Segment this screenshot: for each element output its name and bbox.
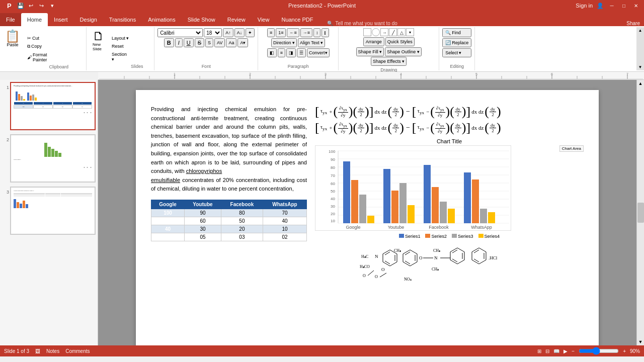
tab-insert[interactable]: Insert: [48, 13, 74, 26]
scroll-down-arrow[interactable]: ▼: [638, 339, 643, 344]
find-button[interactable]: 🔍Find: [442, 28, 471, 37]
undo-qat-button[interactable]: ↩: [27, 1, 36, 10]
char-case-button[interactable]: Aa: [226, 38, 236, 47]
ribbon-scrollbar[interactable]: ▲ ▼: [636, 27, 644, 70]
view-normal[interactable]: ⊞: [537, 348, 541, 354]
shape-circle[interactable]: [372, 28, 380, 36]
view-slideshow[interactable]: ▶: [564, 348, 568, 354]
cut-button[interactable]: ✂ Cut: [25, 35, 49, 42]
tab-animations[interactable]: Animations: [142, 13, 181, 26]
shape-line[interactable]: ╱: [389, 28, 397, 36]
svg-text:O: O: [381, 267, 385, 272]
tab-nuance[interactable]: Nuance PDF: [275, 13, 319, 26]
slide-canvas[interactable]: Providing and injecting chemical emulsio…: [136, 90, 599, 345]
scroll-thumb[interactable]: [637, 203, 644, 223]
comments-button[interactable]: Comments: [65, 348, 90, 354]
shape-triangle[interactable]: △: [397, 28, 406, 36]
paste-button[interactable]: 📋 Paste: [2, 28, 23, 54]
paren-close-2: ): [365, 105, 369, 118]
decrease-indent-button[interactable]: ←≡: [287, 28, 299, 37]
copy-button[interactable]: ⧉ Copy: [25, 43, 49, 50]
spacing-button[interactable]: AV: [214, 38, 225, 47]
customize-qat-button[interactable]: ▾: [48, 1, 57, 10]
bar-whatsapp-s1: [464, 172, 471, 223]
zoom-slider[interactable]: [579, 348, 619, 354]
paste-label: Paste: [7, 42, 18, 47]
slide-thumbnail-3[interactable]: Lorem ipsum text content for slide 3...: [10, 187, 96, 235]
layout-button[interactable]: Layout▾: [110, 35, 131, 42]
status-right: ⊞ ⊟ 📖 ▶ − + 90%: [537, 348, 640, 354]
view-slide-sorter[interactable]: ⊟: [545, 348, 549, 354]
tab-home[interactable]: Home: [21, 13, 48, 26]
align-left-button[interactable]: ◧: [267, 48, 277, 57]
text-direction-button[interactable]: Direction ▾: [271, 38, 297, 47]
italic-button[interactable]: I: [175, 38, 183, 47]
tab-slideshow[interactable]: Slide Show: [182, 13, 221, 26]
bar-google-s3: [359, 195, 366, 223]
share-button[interactable]: Share: [626, 21, 640, 26]
tab-design[interactable]: Design: [74, 13, 103, 26]
dx-2: dx dz: [471, 109, 484, 115]
notes-button[interactable]: Notes: [46, 348, 59, 354]
slide-thumbnail-1[interactable]: Providing and injecting chemical emulsio…: [10, 82, 96, 130]
shadow-button[interactable]: S: [205, 38, 213, 47]
align-center-button[interactable]: ≡: [278, 48, 285, 57]
tab-file[interactable]: File: [0, 13, 21, 26]
replace-button[interactable]: 🔄Replace: [442, 38, 471, 47]
smartart-button[interactable]: Convert▾: [307, 48, 330, 57]
restore-button[interactable]: □: [620, 3, 628, 9]
view-reading[interactable]: 📖: [553, 348, 559, 354]
new-slide-button[interactable]: 🗋 New Slide: [90, 28, 108, 54]
zoom-out-button[interactable]: −: [572, 348, 575, 354]
svg-text:40: 40: [331, 197, 335, 201]
paren-close-3: ): [399, 105, 404, 118]
sign-in-button[interactable]: Sign in: [576, 3, 593, 9]
arrange-button[interactable]: Arrange: [363, 37, 384, 46]
font-size-select[interactable]: 18: [204, 28, 222, 37]
zoom-in-button[interactable]: +: [623, 348, 626, 354]
bullets-button[interactable]: ≡: [267, 28, 275, 37]
close-button[interactable]: ✕: [632, 3, 640, 9]
redo-qat-button[interactable]: ↪: [37, 1, 46, 10]
new-slide-label: New Slide: [93, 42, 105, 51]
underline-button[interactable]: U: [184, 38, 194, 47]
svg-text:CH₃: CH₃: [432, 267, 439, 272]
shape-rect[interactable]: [363, 28, 371, 36]
decrease-font-button[interactable]: A↓: [234, 28, 245, 37]
shape-outline-button[interactable]: Shape Outline ▾: [385, 47, 422, 56]
justify-button[interactable]: ☰: [297, 48, 306, 57]
tab-view[interactable]: View: [252, 13, 276, 26]
save-qat-button[interactable]: 💾: [16, 1, 25, 10]
tab-review[interactable]: Review: [221, 13, 252, 26]
shape-fill-button[interactable]: Shape Fill ▾: [356, 47, 384, 56]
frac-4: ∂τyx ∂y: [435, 106, 445, 118]
numbering-button[interactable]: 1≡: [276, 28, 286, 37]
section-button[interactable]: Section ▾: [110, 51, 131, 63]
tab-transitions[interactable]: Transitions: [103, 13, 142, 26]
increase-font-button[interactable]: A↑: [223, 28, 233, 37]
bar-facebook-s2: [432, 187, 439, 223]
columns-button[interactable]: ⫿: [321, 28, 329, 37]
shape-effects-button[interactable]: Shape Effects ▾: [371, 57, 407, 66]
align-text-button[interactable]: Align Text ▾: [298, 38, 325, 47]
bold-button[interactable]: B: [164, 38, 174, 47]
line-spacing-button[interactable]: ↕: [313, 28, 321, 37]
minimize-button[interactable]: ─: [608, 3, 616, 9]
slide-thumbnail-2[interactable]: Text content... ⚬ ⚬ ⚬: [10, 134, 96, 183]
horizontal-ruler: 1 2 3 4 5 6 7: [98, 72, 644, 80]
shape-arrow[interactable]: →: [380, 28, 388, 36]
scroll-up-arrow[interactable]: ▲: [638, 81, 643, 86]
quick-styles-button[interactable]: Quick Styles: [385, 37, 415, 46]
vertical-scrollbar[interactable]: ▲ ▼: [636, 80, 644, 345]
reset-button[interactable]: Reset: [110, 43, 131, 50]
font-color-button[interactable]: A▾: [237, 38, 248, 47]
clear-format-button[interactable]: ✦: [246, 28, 255, 37]
align-right-button[interactable]: ◨: [286, 48, 296, 57]
select-button[interactable]: Select▾: [442, 48, 471, 57]
strikethrough-button[interactable]: S: [195, 38, 204, 47]
format-painter-button[interactable]: 🖌 Format Painter: [25, 51, 49, 63]
font-name-select[interactable]: Calibri: [157, 28, 203, 37]
increase-indent-button[interactable]: →≡: [300, 28, 312, 37]
tell-me-input[interactable]: Tell me what you want to do: [335, 21, 397, 26]
shape-more[interactable]: ▾: [406, 28, 414, 36]
